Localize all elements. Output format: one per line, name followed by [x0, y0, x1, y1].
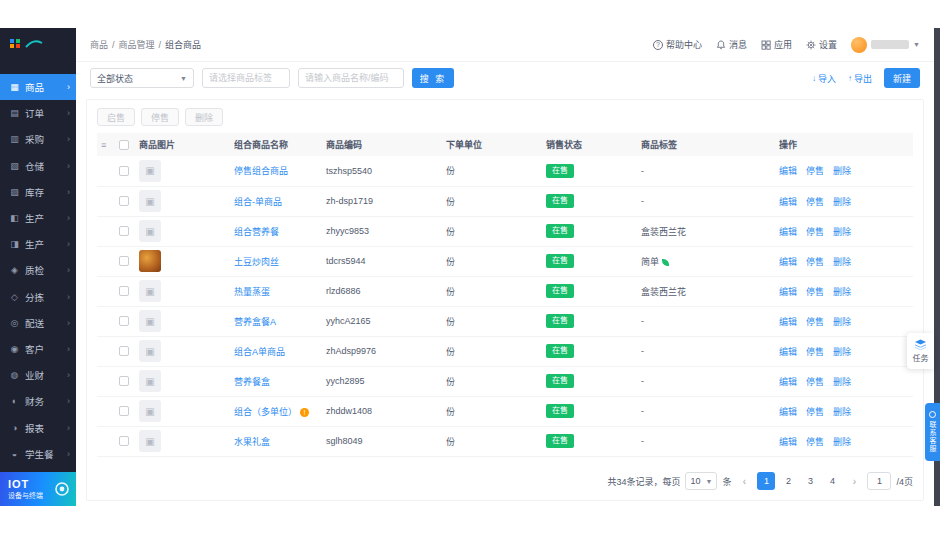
- product-name-link[interactable]: 组合A单商品: [234, 347, 285, 357]
- page-button[interactable]: 1: [757, 472, 775, 490]
- table-row: ▣ 停售组合商品! tszhsp5540 份 在售 -: [97, 156, 913, 186]
- stop-sale-link[interactable]: 停售: [806, 407, 824, 417]
- sidebar-item[interactable]: ◒ 学生餐 ›: [0, 441, 76, 467]
- main-content: 启售 停售 删除 ≡ 商品图片 组合商品名称: [76, 94, 934, 506]
- page-size-select[interactable]: 10 ▼: [685, 472, 717, 490]
- sidebar-item[interactable]: ▨ 库存 ›: [0, 179, 76, 205]
- edit-link[interactable]: 编辑: [779, 257, 797, 267]
- edit-link[interactable]: 编辑: [779, 317, 797, 327]
- edit-link[interactable]: 编辑: [779, 166, 797, 176]
- row-checkbox[interactable]: [119, 316, 129, 326]
- product-name-link[interactable]: 停售组合商品: [234, 166, 288, 176]
- breadcrumb-separator: /: [112, 40, 115, 50]
- delete-link[interactable]: 删除: [833, 166, 851, 176]
- page-jump-input[interactable]: [867, 472, 891, 490]
- sidebar-item[interactable]: ◨ 生产 ›: [0, 231, 76, 257]
- stop-sale-link[interactable]: 停售: [806, 257, 824, 267]
- edit-link[interactable]: 编辑: [779, 377, 797, 387]
- breadcrumb-item[interactable]: 商品: [90, 38, 108, 51]
- row-checkbox[interactable]: [119, 226, 129, 236]
- edit-link[interactable]: 编辑: [779, 407, 797, 417]
- search-button[interactable]: 搜 索: [412, 68, 454, 88]
- stop-sale-link[interactable]: 停售: [806, 197, 824, 207]
- product-name-link[interactable]: 营养盒餐A: [234, 317, 276, 327]
- row-checkbox[interactable]: [119, 346, 129, 356]
- page-button[interactable]: 2: [779, 472, 797, 490]
- sidebar-item[interactable]: ▥ 采购 ›: [0, 126, 76, 152]
- delete-link[interactable]: 删除: [833, 197, 851, 207]
- bulk-delete-button[interactable]: 删除: [185, 108, 223, 126]
- product-name-link[interactable]: 热量蒸蛋: [234, 287, 270, 297]
- stop-sale-link[interactable]: 停售: [806, 347, 824, 357]
- row-checkbox[interactable]: [119, 196, 129, 206]
- bulk-stop-sale-button[interactable]: 停售: [141, 108, 179, 126]
- apps-button[interactable]: 应用: [761, 38, 792, 51]
- prev-page-button[interactable]: ‹: [736, 472, 752, 490]
- delete-link[interactable]: 删除: [833, 317, 851, 327]
- task-float-button[interactable]: 任务: [907, 333, 934, 369]
- tag-filter-input[interactable]: [202, 68, 290, 88]
- delete-link[interactable]: 删除: [833, 287, 851, 297]
- row-checkbox[interactable]: [119, 406, 129, 416]
- iot-footer[interactable]: IOT 设备与终端: [0, 472, 76, 506]
- row-checkbox[interactable]: [119, 286, 129, 296]
- stop-sale-link[interactable]: 停售: [806, 227, 824, 237]
- edit-link[interactable]: 编辑: [779, 287, 797, 297]
- help-center-button[interactable]: ? 帮助中心: [653, 38, 702, 51]
- page-button[interactable]: 3: [801, 472, 819, 490]
- delete-link[interactable]: 删除: [833, 347, 851, 357]
- sidebar-item[interactable]: ◐ 财务 ›: [0, 388, 76, 414]
- sidebar-item[interactable]: ◈ 质检 ›: [0, 257, 76, 283]
- user-menu[interactable]: ▼: [851, 37, 920, 53]
- sidebar-item[interactable]: ◉ 客户 ›: [0, 336, 76, 362]
- order-unit: 份: [442, 366, 542, 396]
- row-checkbox[interactable]: [119, 256, 129, 266]
- bulk-on-sale-button[interactable]: 启售: [97, 108, 135, 126]
- stop-sale-link[interactable]: 停售: [806, 287, 824, 297]
- edit-link[interactable]: 编辑: [779, 347, 797, 357]
- product-name-link[interactable]: 组合营养餐: [234, 227, 279, 237]
- edit-link[interactable]: 编辑: [779, 197, 797, 207]
- sidebar-item[interactable]: ◇ 分拣 ›: [0, 284, 76, 310]
- row-checkbox[interactable]: [119, 376, 129, 386]
- sidebar-item[interactable]: ◑ 报表 ›: [0, 414, 76, 440]
- create-button[interactable]: 新建: [884, 68, 920, 88]
- delete-link[interactable]: 删除: [833, 407, 851, 417]
- name-filter-input[interactable]: [298, 68, 404, 88]
- sidebar-item[interactable]: ▧ 仓储 ›: [0, 153, 76, 179]
- row-checkbox[interactable]: [119, 166, 129, 176]
- stop-sale-link[interactable]: 停售: [806, 317, 824, 327]
- product-name-link[interactable]: 土豆炒肉丝: [234, 257, 279, 267]
- product-name-link[interactable]: 水果礼盒: [234, 437, 270, 447]
- product-name-link[interactable]: 营养餐盒: [234, 377, 270, 387]
- edit-link[interactable]: 编辑: [779, 227, 797, 237]
- sidebar-item[interactable]: ◍ 业财 ›: [0, 362, 76, 388]
- settings-button[interactable]: 设置: [806, 38, 837, 51]
- product-name-link[interactable]: 组合（多单位）: [234, 407, 297, 417]
- delete-link[interactable]: 删除: [833, 227, 851, 237]
- stop-sale-link[interactable]: 停售: [806, 437, 824, 447]
- export-button[interactable]: ↑ 导出: [848, 72, 872, 85]
- customer-service-float-button[interactable]: 联系客服: [925, 403, 940, 461]
- breadcrumb-item[interactable]: 商品管理: [119, 38, 155, 51]
- import-button[interactable]: ↓ 导入: [812, 72, 836, 85]
- status-select[interactable]: 全部状态 ▼: [90, 68, 194, 88]
- edit-link[interactable]: 编辑: [779, 437, 797, 447]
- sidebar-item[interactable]: ◧ 生产 ›: [0, 205, 76, 231]
- image-placeholder-icon: ▣: [145, 316, 154, 327]
- product-name-link[interactable]: 组合-单商品: [234, 197, 282, 207]
- sidebar-item[interactable]: ▦ 商品 ›: [0, 74, 76, 100]
- delete-link[interactable]: 删除: [833, 377, 851, 387]
- product-tag: -: [641, 346, 644, 356]
- stop-sale-link[interactable]: 停售: [806, 377, 824, 387]
- next-page-button[interactable]: ›: [846, 472, 862, 490]
- delete-link[interactable]: 删除: [833, 257, 851, 267]
- sidebar-item[interactable]: ◎ 配送 ›: [0, 310, 76, 336]
- delete-link[interactable]: 删除: [833, 437, 851, 447]
- messages-button[interactable]: 消息: [716, 38, 747, 51]
- row-checkbox[interactable]: [119, 436, 129, 446]
- select-all-checkbox[interactable]: [119, 140, 129, 150]
- stop-sale-link[interactable]: 停售: [806, 166, 824, 176]
- page-button[interactable]: 4: [823, 472, 841, 490]
- sidebar-item[interactable]: ▤ 订单 ›: [0, 100, 76, 126]
